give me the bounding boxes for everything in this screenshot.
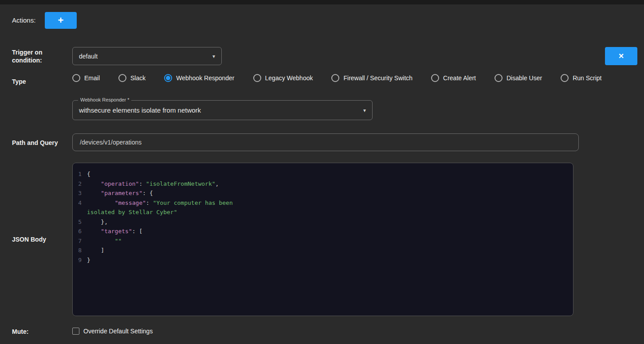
radio-label: Disable User: [507, 74, 542, 82]
override-default-settings-checkbox[interactable]: [72, 328, 79, 335]
code-line-content: isolated by Stellar Cyber": [87, 207, 177, 217]
radio-icon: [561, 74, 569, 82]
code-line: 1{: [73, 169, 573, 179]
actions-label: Actions:: [12, 16, 35, 24]
radio-slack[interactable]: Slack: [118, 74, 145, 82]
line-number: [73, 207, 87, 217]
override-default-settings-label: Override Default Settings: [83, 328, 153, 335]
close-icon: ×: [619, 51, 624, 61]
line-number: 6: [73, 227, 87, 236]
code-line: isolated by Stellar Cyber": [73, 207, 573, 217]
code-line-content: }: [87, 255, 90, 265]
webhook-responder-select[interactable]: Webhook Responder * withsecure elements …: [72, 100, 373, 120]
code-line: 4 "message": "Your computer has been: [73, 198, 573, 208]
radio-icon: [72, 74, 80, 82]
trigger-condition-value: default: [79, 53, 209, 60]
code-line-content: ]: [87, 246, 104, 255]
json-editor-code: 1{2 "operation": "isolateFromNetwork",3 …: [73, 169, 573, 265]
radio-icon: [118, 74, 126, 82]
type-label: Type: [12, 78, 26, 85]
type-radio-group: EmailSlackWebhook ResponderLegacy Webhoo…: [72, 74, 602, 82]
json-body-editor[interactable]: 1{2 "operation": "isolateFromNetwork",3 …: [72, 163, 573, 316]
radio-label: Slack: [130, 74, 145, 82]
code-line-content: "operation": "isolateFromNetwork",: [87, 179, 219, 189]
code-line: 5 },: [73, 217, 573, 227]
remove-action-button[interactable]: ×: [605, 47, 637, 65]
code-line-content: {: [87, 169, 90, 179]
code-line: 3 "parameters": {: [73, 188, 573, 198]
path-and-query-label: Path and Query: [12, 139, 58, 146]
chevron-down-icon: ▾: [212, 53, 215, 59]
override-default-settings-option[interactable]: Override Default Settings: [72, 328, 153, 335]
line-number: 1: [73, 169, 87, 179]
code-line: 9}: [73, 255, 573, 265]
radio-email[interactable]: Email: [72, 74, 100, 82]
radio-create-alert[interactable]: Create Alert: [431, 74, 476, 82]
radio-icon: [253, 74, 261, 82]
radio-icon: [164, 74, 172, 82]
path-and-query-input[interactable]: [72, 133, 579, 151]
top-bar: [0, 0, 644, 4]
add-action-button[interactable]: +: [45, 12, 77, 29]
mute-label: Mute:: [12, 328, 28, 335]
line-number: 4: [73, 198, 87, 208]
radio-label: Legacy Webhook: [265, 74, 313, 82]
line-number: 3: [73, 188, 87, 198]
line-number: 9: [73, 255, 87, 265]
code-line-content: "": [87, 236, 122, 246]
radio-icon: [431, 74, 439, 82]
webhook-responder-field-label: Webhook Responder *: [78, 97, 131, 102]
radio-firewall-security-switch[interactable]: Firewall / Security Switch: [331, 74, 412, 82]
radio-label: Create Alert: [443, 74, 476, 82]
line-number: 8: [73, 246, 87, 255]
radio-label: Webhook Responder: [176, 74, 234, 82]
code-line: 8 ]: [73, 246, 573, 255]
chevron-down-icon: ▾: [363, 107, 366, 113]
radio-run-script[interactable]: Run Script: [561, 74, 601, 82]
line-number: 5: [73, 217, 87, 227]
code-line-content: "message": "Your computer has been: [87, 198, 233, 208]
radio-icon: [495, 74, 503, 82]
radio-disable-user[interactable]: Disable User: [495, 74, 542, 82]
radio-label: Run Script: [573, 74, 601, 82]
line-number: 7: [73, 236, 87, 246]
code-line-content: },: [87, 217, 108, 227]
webhook-responder-value: withsecure elements isolate from network: [79, 106, 360, 114]
radio-label: Email: [84, 74, 100, 82]
code-line-content: "targets": [: [87, 227, 142, 236]
code-line-content: "parameters": {: [87, 188, 153, 198]
code-line: 2 "operation": "isolateFromNetwork",: [73, 179, 573, 189]
trigger-condition-label: Trigger on condition:: [12, 48, 55, 64]
plus-icon: +: [58, 15, 64, 26]
radio-label: Firewall / Security Switch: [343, 74, 412, 82]
code-line: 6 "targets": [: [73, 227, 573, 236]
code-line: 7 "": [73, 236, 573, 246]
json-body-label: JSON Body: [12, 236, 46, 243]
line-number: 2: [73, 179, 87, 189]
trigger-condition-select[interactable]: default ▾: [72, 47, 222, 65]
radio-legacy-webhook[interactable]: Legacy Webhook: [253, 74, 313, 82]
radio-webhook-responder[interactable]: Webhook Responder: [164, 74, 234, 82]
radio-icon: [331, 74, 339, 82]
